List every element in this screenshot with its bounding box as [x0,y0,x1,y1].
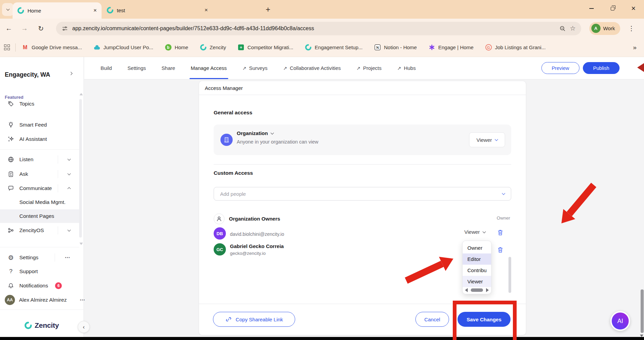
tab-manage-access[interactable]: Manage Access [191,57,227,79]
site-settings-icon[interactable] [61,25,68,32]
general-role-select[interactable]: Viewer [469,132,505,147]
scroll-left-icon[interactable] [465,288,468,292]
minimize-icon [589,8,594,9]
role-option-editor[interactable]: Editor [463,253,491,265]
cancel-button[interactable]: Cancel [415,312,449,327]
chevron-down-icon[interactable] [68,157,71,161]
remove-member-button[interactable] [497,229,504,237]
member-role-dropdown-trigger[interactable]: Viewer [464,229,485,235]
apps-grid-icon[interactable] [4,44,10,50]
tag-icon [7,100,14,107]
tab-close-icon[interactable]: × [204,7,208,14]
ai-assistant-bubble[interactable]: AI [610,311,630,331]
role-option-contributor[interactable]: Contribu [463,265,491,276]
sidebar-item-ai-assistant[interactable]: AI Assistant [0,132,79,146]
settings-more-icon[interactable]: ⋯ [65,254,71,261]
bulb-icon [7,121,14,128]
remove-member-button[interactable] [497,246,504,254]
sidebar-item-zencityos[interactable]: ZencityOS [0,224,79,237]
sidebar-item-smart-feed[interactable]: Smart Feed [0,118,79,132]
tab-search-button[interactable] [2,3,14,16]
share-nodes-icon [7,227,14,234]
browser-menu-kebab-icon[interactable]: ⋮ [628,24,635,32]
globe-icon [7,156,14,163]
sidebar-item-communicate[interactable]: Communicate [0,182,79,195]
role-option-owner[interactable]: Owner [463,242,491,253]
chevron-down-icon [495,138,498,141]
scroll-thumb[interactable] [471,288,483,292]
sidebar-item-support[interactable]: ? Support [0,265,79,278]
sidebar-item-ask[interactable]: Ask [0,167,79,181]
member-email: david.biolchini@zencity.io [230,231,284,237]
tab-hubs[interactable]: ↗Hubs [397,57,416,79]
chevron-down-icon[interactable] [502,192,505,195]
sidebar-scrollbar[interactable] [79,99,82,238]
browser-tab-test[interactable]: test × [102,3,213,17]
bookmark-notion[interactable]: NNotion - Home [374,44,417,51]
copy-shareable-link-button[interactable]: Copy Shareable Link [213,312,295,327]
sidebar-collapse-button[interactable]: ‹ [78,321,90,333]
zencity-brand-logo: Zencity [24,321,59,329]
browser-tab-home[interactable]: Home × [13,2,102,19]
new-tab-button[interactable]: + [262,4,274,15]
tab-share[interactable]: Share [162,57,175,79]
bookmark-engage[interactable]: Engage | Home [428,44,473,51]
bookmark-job-listings[interactable]: GJob Listings at Grani... [485,44,545,51]
page-scroll-down-icon[interactable] [640,335,643,337]
sidebar-item-topics[interactable]: Topics [0,97,79,111]
scope-selector[interactable]: Organization [237,130,273,136]
window-close-button[interactable]: × [623,0,644,17]
modal-title: Access Manager [199,81,526,95]
bookmark-google-drive[interactable]: MGoogle Drive messa... [22,44,82,51]
sidebar-item-social-media-mgmt[interactable]: Social Media Mgmt. [0,195,79,209]
tab-build[interactable]: Build [101,57,112,79]
chevron-down-icon [270,131,274,134]
role-option-viewer[interactable]: Viewer [463,276,491,287]
user-more-icon[interactable]: ⋯ [79,297,85,303]
add-people-input[interactable] [220,191,502,197]
bookmark-jumpcloud[interactable]: JumpCloud User Po... [93,44,153,51]
bookmark-zencity[interactable]: Zencity [200,44,226,51]
window-minimize-button[interactable] [581,0,602,17]
user-avatar: AA [5,295,15,305]
workspace-chevron-icon[interactable] [69,72,73,75]
scroll-up-icon[interactable] [79,93,83,95]
reload-button[interactable]: ↻ [38,24,44,33]
sidebar-item-content-pages[interactable]: Content Pages [0,209,79,223]
menu-horizontal-scrollbar[interactable] [463,287,491,293]
forward-button[interactable]: → [21,24,28,32]
bookmark-engagement-setup[interactable]: Engagement Setup... [305,44,363,51]
sidebar-item-listen[interactable]: Listen [0,153,79,166]
tab-surveys[interactable]: ↗Surveys [243,57,268,79]
tab-settings[interactable]: Settings [127,57,146,79]
zencity-icon [200,44,207,51]
zoom-out-icon[interactable] [559,25,566,32]
bookmark-home[interactable]: bHome [165,44,188,51]
modal-scrollbar[interactable] [508,257,511,293]
page-scrollbar-thumb[interactable] [641,289,644,333]
publish-button[interactable]: Publish [583,62,620,74]
preview-button[interactable]: Preview [541,62,579,74]
chevron-down-icon[interactable] [68,228,71,232]
tab-close-icon[interactable]: × [93,7,97,14]
address-bar[interactable]: app.zencity.io/communicate/content-pages… [56,22,581,35]
bookmarks-overflow-chevron[interactable]: » [633,44,637,51]
scroll-down-icon[interactable] [79,243,83,245]
back-button[interactable]: ← [5,24,12,32]
sidebar-item-user[interactable]: AA Alex Almirez Almirez ⋯ [0,293,79,307]
chevron-up-icon[interactable] [68,187,71,191]
chevron-down-icon[interactable] [68,172,71,175]
window-restore-button[interactable] [602,0,623,17]
sidebar-item-notifications[interactable]: Notifications 6 [0,279,79,292]
bookmark-competitor-migration[interactable]: +Competitor Migrati... [238,44,293,51]
divider [58,155,58,164]
browser-profile-chip[interactable]: A Work [589,22,620,35]
sidebar-item-settings[interactable]: ⚙ Settings ⋯ [0,251,79,264]
tab-collaborative-activities[interactable]: ↗Collaborative Activities [283,57,341,79]
general-access-heading: General access [214,110,252,116]
add-people-combobox[interactable] [214,187,511,201]
bookmark-star-icon[interactable]: ☆ [570,24,576,32]
member-avatar: GC [214,243,226,256]
tab-projects[interactable]: ↗Projects [356,57,381,79]
scroll-right-icon[interactable] [486,288,489,292]
